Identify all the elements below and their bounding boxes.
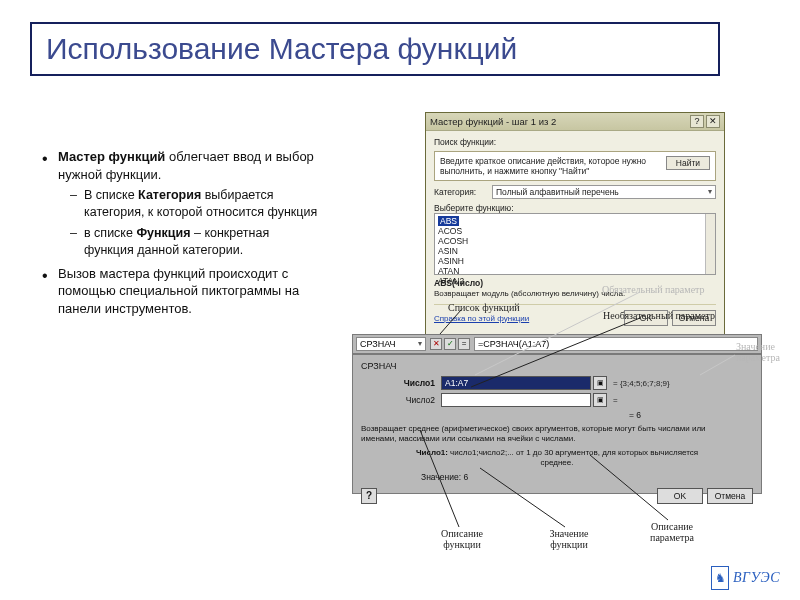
callout-function-list: Список функций	[448, 302, 520, 313]
function-name-label: СРЗНАЧ	[361, 361, 753, 371]
cancel-icon[interactable]: ✕	[430, 338, 442, 350]
arg-description: Число1: число1;число2;... от 1 до 30 арг…	[361, 448, 753, 467]
bullet-1: Мастер функций облегчает ввод и выбор ну…	[42, 148, 322, 259]
logo-icon: ♞	[711, 566, 729, 590]
text-body: Мастер функций облегчает ввод и выбор ну…	[42, 148, 322, 323]
logo: ♞ ВГУЭС	[711, 566, 780, 590]
arg2-eval: =	[613, 396, 618, 405]
arg1-label: Число1	[361, 378, 441, 388]
enter-icon[interactable]: ✓	[444, 338, 456, 350]
function-description: Возвращает среднее (арифметическое) свои…	[361, 424, 753, 443]
callout-required-param: Обязательный параметр	[602, 284, 705, 295]
search-row: Поиск функции:	[434, 137, 716, 147]
select-function-label: Выберите функцию:	[434, 203, 716, 213]
arg1-input[interactable]: A1:A7	[441, 376, 591, 390]
callout-optional-param: Необязательный параметр	[603, 310, 715, 321]
close-icon[interactable]: ✕	[706, 115, 720, 128]
list-item: ABS	[438, 216, 459, 226]
list-item: ACOSH	[438, 236, 712, 246]
dialog-title: Мастер функций - шаг 1 из 2	[430, 116, 556, 127]
range-picker-icon[interactable]: ▣	[593, 393, 607, 407]
fx-icon[interactable]: =	[458, 338, 470, 350]
cancel-button[interactable]: Отмена	[707, 488, 753, 504]
list-item: ACOS	[438, 226, 712, 236]
list-item: ATAN	[438, 266, 712, 276]
bullet-2: Вызов мастера функций происходит с помощ…	[42, 265, 322, 318]
help-icon[interactable]: ?	[361, 488, 377, 504]
name-box[interactable]: СРЗНАЧ	[356, 337, 426, 351]
callout-param-value: Значение параметра	[736, 342, 790, 363]
dialog-titlebar[interactable]: Мастер функций - шаг 1 из 2 ? ✕	[426, 113, 724, 131]
search-instruction: Введите краткое описание действия, котор…	[434, 151, 716, 181]
scrollbar[interactable]	[705, 214, 715, 274]
function-listbox[interactable]: ABS ACOS ACOSH ASIN ASINH ATAN ATAN2	[434, 213, 716, 275]
formula-input[interactable]: =СРЗНАЧ(A1:A7)	[474, 337, 758, 351]
range-picker-icon[interactable]: ▣	[593, 376, 607, 390]
function-args-dialog: СРЗНАЧ Число1 A1:A7 ▣ = {3;4;5;6;7;8;9} …	[352, 354, 762, 494]
list-item: ASIN	[438, 246, 712, 256]
category-label: Категория:	[434, 187, 488, 197]
bullet-1a: В списке Категория выбирается категория,…	[58, 187, 322, 221]
arg2-input[interactable]	[441, 393, 591, 407]
value-row: Значение: 6	[361, 472, 753, 482]
find-button[interactable]: Найти	[666, 156, 710, 170]
logo-text: ВГУЭС	[733, 570, 780, 586]
slide-title: Использование Мастера функций	[30, 22, 720, 76]
help-icon[interactable]: ?	[690, 115, 704, 128]
formula-bar: СРЗНАЧ ✕ ✓ = =СРЗНАЧ(A1:A7)	[352, 334, 762, 354]
callout-fn-desc: Описание функции	[432, 529, 492, 550]
result-value: = 6	[361, 410, 753, 420]
list-item: ASINH	[438, 256, 712, 266]
arg1-eval: = {3;4;5;6;7;8;9}	[613, 379, 670, 388]
ok-button[interactable]: OK	[657, 488, 703, 504]
bullet-1b: в списке Функция – конкретная функция да…	[58, 225, 322, 259]
help-link[interactable]: Справка по этой функции	[434, 314, 620, 323]
callout-fn-value: Значение функции	[539, 529, 599, 550]
callout-param-desc: Описание параметра	[642, 522, 702, 543]
category-select[interactable]: Полный алфавитный перечень	[492, 185, 716, 199]
arg2-label: Число2	[361, 395, 441, 405]
